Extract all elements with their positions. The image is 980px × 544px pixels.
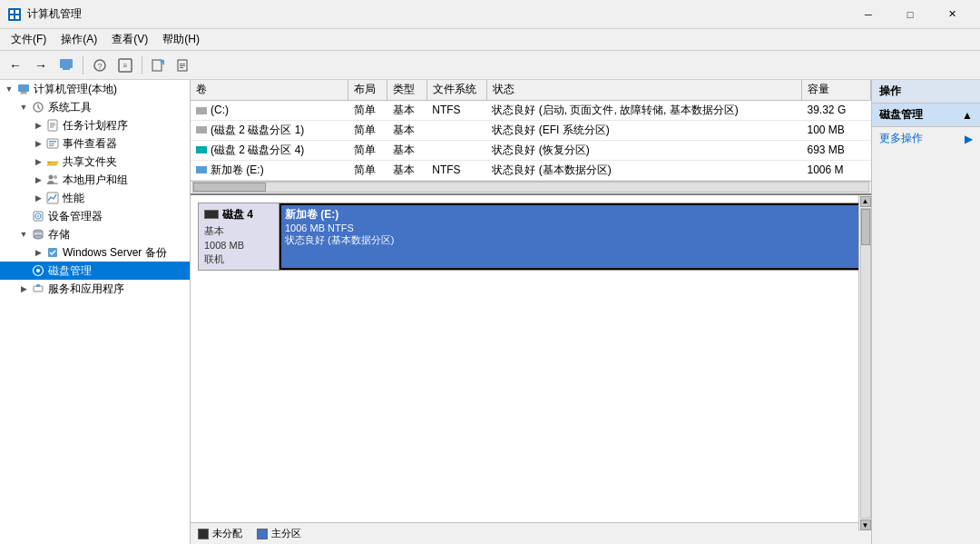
legend-unalloc-box [198,529,209,539]
expand-users: ▶ [31,173,45,187]
system-tools-icon [31,100,45,114]
menu-view[interactable]: 查看(V) [104,30,155,49]
more-actions-item[interactable]: 更多操作 ▶ [872,127,980,150]
table-row[interactable]: (磁盘 2 磁盘分区 1) 简单 基本 状态良好 (EFI 系统分区) 100 … [191,120,871,140]
table-scroll[interactable]: 卷 布局 类型 文件系统 状态 容量 (C:) 简单 基本 [191,80,871,181]
expand-dm [20,209,31,223]
cell-type: 基本 [387,160,426,180]
event-icon [45,136,60,151]
cell-status: 状态良好 (恢复分区) [486,140,801,160]
partition-e[interactable]: 新加卷 (E:) 1006 MB NTFS 状态良好 (基本数据分区) [279,203,863,270]
sidebar-item-local-users[interactable]: ▶ 本地用户和组 [0,171,190,189]
expand-perf: ▶ [31,191,45,205]
svg-rect-19 [20,94,27,94]
sidebar-item-system-tools[interactable]: ▼ 系统工具 [0,98,190,116]
table-row[interactable]: (磁盘 2 磁盘分区 4) 简单 基本 状态良好 (恢复分区) 693 MB [191,140,871,160]
legend-bar: 未分配 主分区 [191,522,871,544]
task-label: 任务计划程序 [63,118,128,134]
col-vol: 卷 [191,80,348,100]
sidebar: ▼ 计算机管理(本地) ▼ 系统工具 ▶ 任务计划程序 ▶ [0,80,191,544]
event-label: 事件查看器 [63,136,117,152]
disk-table-area: 卷 布局 类型 文件系统 状态 容量 (C:) 简单 基本 [191,80,871,195]
sidebar-item-shared-folders[interactable]: ▶ 共享文件夹 [0,153,190,171]
app-icon [7,7,22,22]
expand-root: ▼ [2,82,16,96]
svg-rect-15 [180,65,185,66]
vscroll-down[interactable]: ▼ [860,519,871,530]
storage-label: 存储 [48,227,70,242]
sidebar-root[interactable]: ▼ 计算机管理(本地) [0,80,190,98]
backup-icon [45,245,60,260]
vscrollbar[interactable]: ▲ ▼ [858,195,871,532]
sidebar-item-storage[interactable]: ▼ 存储 [0,225,190,243]
disk-status-4: 联机 [204,252,273,266]
sidebar-item-windows-backup[interactable]: ▶ Windows Server 备份 [0,243,190,262]
sidebar-item-performance[interactable]: ▶ 性能 [0,189,190,207]
cell-fs [426,120,486,140]
users-icon [45,173,60,187]
action-panel-header: 操作 [872,80,980,104]
legend-primary-label: 主分区 [271,527,301,540]
svg-rect-31 [47,162,51,163]
expand-shared: ▶ [31,154,45,169]
computer-icon [16,82,31,96]
sidebar-item-task-scheduler[interactable]: ▶ 任务计划程序 [0,116,190,134]
title-bar: 计算机管理 ─ □ ✕ [0,0,980,29]
menu-bar: 文件(F) 操作(A) 查看(V) 帮助(H) [0,29,980,51]
toolbar-separator-1 [83,56,83,74]
disk-mgmt-action-header[interactable]: 磁盘管理 ▲ [872,104,980,127]
minimize-button[interactable]: ─ [848,1,889,28]
svg-rect-3 [10,15,14,19]
maximize-button[interactable]: □ [889,1,931,28]
sidebar-item-event-viewer[interactable]: ▶ 事件查看器 [0,134,190,153]
table-row[interactable]: (C:) 简单 基本 NTFS 状态良好 (启动, 页面文件, 故障转储, 基本… [191,100,871,120]
svg-text:?: ? [97,62,102,71]
partition-e-status: 状态良好 (基本数据分区) [285,233,858,247]
vscroll-up[interactable]: ▲ [860,196,871,207]
cell-type: 基本 [387,140,426,160]
table-hscrollbar[interactable] [192,182,869,193]
cell-vol: (磁盘 2 磁盘分区 4) [191,140,348,160]
sidebar-item-disk-management[interactable]: 磁盘管理 [0,262,190,280]
cell-capacity: 39.32 G [802,100,871,120]
vscroll-thumb [861,209,870,245]
prop-button[interactable]: ≡ [113,54,137,76]
table-hscrollbar-thumb [193,183,266,192]
svg-line-22 [38,107,40,109]
svg-rect-28 [49,141,56,143]
action-expand-icon: ▲ [962,109,973,122]
help-button[interactable]: ? [88,54,112,76]
perf-label: 性能 [63,191,84,206]
sidebar-root-label: 计算机管理(本地) [34,82,117,97]
table-row[interactable]: 新加卷 (E:) 简单 基本 NTFS 状态良好 (基本数据分区) 1006 M [191,160,871,180]
export-button[interactable] [147,54,171,76]
cell-capacity: 693 MB [802,140,871,160]
disk-map-scroll[interactable]: 磁盘 4 基本 1008 MB 联机 新加卷 (E:) 1006 MB NTFS… [191,195,871,523]
sidebar-item-services[interactable]: ▶ 服务和应用程序 [0,280,190,298]
up-button[interactable] [54,54,78,76]
menu-action[interactable]: 操作(A) [54,30,104,49]
svg-rect-4 [15,15,19,19]
more-actions-icon: ▶ [965,133,973,145]
forward-button[interactable]: → [29,54,53,76]
expand-system-tools: ▼ [16,100,31,114]
cell-vol: 新加卷 (E:) [191,160,348,180]
import-button[interactable] [172,54,196,76]
services-label: 服务和应用程序 [48,282,124,297]
users-label: 本地用户和组 [63,173,128,188]
device-label: 设备管理器 [48,209,103,224]
sidebar-item-device-manager[interactable]: 设备管理器 [0,207,190,225]
disk-type-4: 基本 [204,224,273,238]
col-type: 类型 [387,80,426,100]
col-fs: 文件系统 [426,80,486,100]
content-area: 卷 布局 类型 文件系统 状态 容量 (C:) 简单 基本 [191,80,871,544]
menu-file[interactable]: 文件(F) [4,30,54,49]
svg-rect-6 [63,68,70,70]
menu-help[interactable]: 帮助(H) [155,30,207,49]
back-button[interactable]: ← [4,54,27,76]
legend-primary: 主分区 [257,527,301,540]
cell-vol: (C:) [191,100,348,120]
legend-unalloc-label: 未分配 [212,527,242,540]
close-button[interactable]: ✕ [931,1,973,28]
storage-icon [31,227,45,242]
